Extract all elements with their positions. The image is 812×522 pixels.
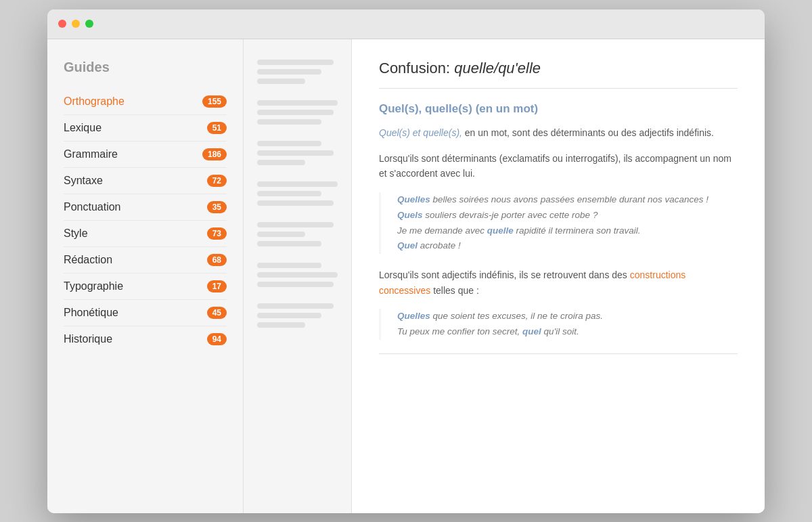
skeleton-group-1 [257,60,338,84]
section-title-1: Quel(s), quelle(s) (en un mot) [379,102,738,116]
article-title: Confusion: quelle/qu'elle [379,60,738,77]
sidebar-badge-typographie: 17 [207,280,227,292]
skeleton-line [257,150,334,156]
sidebar-label-ponctuation: Ponctuation [64,201,121,213]
examples-block-1: Quelles belles soirées nous avons passée… [379,192,738,255]
sidebar-item-syntaxe[interactable]: Syntaxe 72 [64,168,227,194]
skeleton-line [257,160,305,165]
sidebar-badge-phonetique: 45 [207,307,227,319]
sidebar-badge-orthographe: 155 [202,95,227,108]
skeleton-line [257,110,334,115]
sidebar-label-orthographe: Orthographe [64,95,125,108]
skeleton-group-7 [257,303,338,328]
paragraph-3: Lorsqu'ils sont adjectifs indéfinis, ils… [379,267,738,298]
sidebar-item-orthographe[interactable]: Orthographe 155 [64,89,227,115]
skeleton-line [257,191,321,196]
skeleton-line [257,69,321,74]
sidebar-label-historique: Historique [64,333,112,345]
skeleton-line [257,79,305,84]
skeleton-line [257,60,334,65]
example-2: Quels souliers devrais-je porter avec ce… [397,208,738,223]
example-5: Quelles que soient tes excuses, il ne te… [397,309,738,324]
skeleton-line [257,141,321,146]
skeleton-line [257,232,305,237]
skeleton-group-6 [257,263,338,287]
skeleton-line [257,181,338,187]
sidebar-item-typographie[interactable]: Typographie 17 [64,274,227,300]
skeleton-group-2 [257,100,338,125]
sidebar-badge-ponctuation: 35 [207,201,227,213]
titlebar [47,9,765,39]
skeleton-line [257,272,338,278]
sidebar-badge-syntaxe: 72 [207,175,227,187]
sidebar-item-grammaire[interactable]: Grammaire 186 [64,142,227,168]
example-3: Je me demande avec quelle rapidité il te… [397,223,738,239]
sidebar-badge-grammaire: 186 [202,148,227,160]
skeleton-group-3 [257,141,338,165]
paragraph-2: Lorsqu'ils sont déterminants (exclamatif… [379,151,738,181]
example-4: Quel acrobate ! [397,238,738,254]
sidebar-label-lexique: Lexique [64,122,102,134]
sidebar-item-historique[interactable]: Historique 94 [64,326,227,352]
sidebar-badge-style: 73 [207,227,227,240]
maximize-button[interactable] [85,20,93,28]
skeleton-line [257,263,321,268]
sidebar-title: Guides [64,60,227,75]
example-6: Tu peux me confier ton secret, quel qu'i… [397,324,738,340]
sidebar-item-phonetique[interactable]: Phonétique 45 [64,300,227,326]
skeleton-line [257,222,334,227]
examples-block-2: Quelles que soient tes excuses, il ne te… [379,309,738,340]
example-1: Quelles belles soirées nous avons passée… [397,192,738,208]
skeleton-line [257,119,321,125]
sidebar-label-style: Style [64,227,88,240]
sidebar-item-ponctuation[interactable]: Ponctuation 35 [64,194,227,221]
sidebar-badge-historique: 94 [207,333,227,345]
skeleton-line [257,303,334,309]
skeleton-line [257,241,321,246]
sidebar: Guides Orthographe 155 Lexique 51 Gramma… [47,39,244,513]
skeleton-line [257,200,334,206]
skeleton-line [257,313,321,318]
article-content: Confusion: quelle/qu'elle Quel(s), quell… [352,39,765,513]
sidebar-label-grammaire: Grammaire [64,148,118,160]
sidebar-item-style[interactable]: Style 73 [64,221,227,247]
close-button[interactable] [58,20,66,28]
skeleton-group-5 [257,222,338,246]
app-window: Guides Orthographe 155 Lexique 51 Gramma… [47,9,765,513]
title-divider [379,88,738,89]
minimize-button[interactable] [72,20,80,28]
skeleton-line [257,100,338,106]
sidebar-label-syntaxe: Syntaxe [64,175,103,187]
sidebar-badge-redaction: 68 [207,254,227,266]
sidebar-label-phonetique: Phonétique [64,307,118,319]
skeleton-line [257,282,334,287]
sidebar-badge-lexique: 51 [207,122,227,134]
content-area: Guides Orthographe 155 Lexique 51 Gramma… [47,39,765,513]
skeleton-line [257,322,305,328]
sidebar-label-redaction: Rédaction [64,254,112,266]
sidebar-label-typographie: Typographie [64,280,123,292]
bottom-divider [379,353,738,354]
sidebar-item-lexique[interactable]: Lexique 51 [64,115,227,142]
skeleton-group-4 [257,181,338,206]
paragraph-1: Quel(s) et quelle(s), en un mot, sont de… [379,125,738,140]
skeleton-list [244,39,352,513]
sidebar-item-redaction[interactable]: Rédaction 68 [64,247,227,274]
